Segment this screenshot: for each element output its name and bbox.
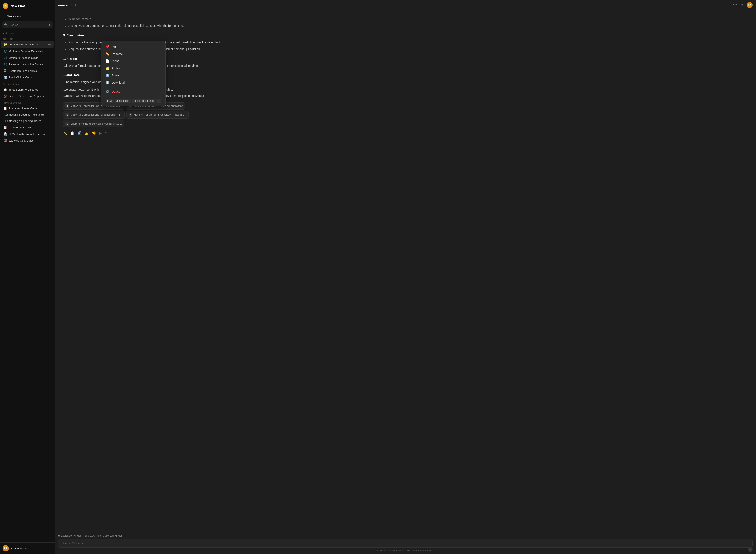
sidebar-item-motion-essentials[interactable]: ⚖️ Motion to Dismiss Essentials — [1, 48, 54, 54]
chat-icon: 🏠 — [3, 88, 7, 91]
topbar-settings-icon[interactable]: ⚙ — [741, 3, 743, 7]
copy-icon[interactable]: 📋 — [70, 130, 74, 136]
help-button[interactable]: ? — [748, 547, 753, 552]
search-bar[interactable]: 🔍 Search + — [2, 21, 53, 28]
topbar: numbat ▾ + ••• ⚙ AA — [55, 0, 756, 10]
workspace-icon: ⊞ — [3, 14, 5, 18]
menu-item-pin[interactable]: 📌 Pin — [103, 43, 164, 50]
menu-item-delete[interactable]: 🗑️ Delete — [103, 88, 164, 95]
chat-item-label: AU 820 Visa Costs — [9, 126, 51, 129]
topbar-plus-icon[interactable]: + — [74, 3, 76, 7]
topbar-avatar: AA — [747, 2, 753, 8]
pin-icon: 📌 — [106, 45, 110, 49]
chevron-icon: ▼ — [3, 32, 5, 35]
topbar-more-icon[interactable]: ••• — [733, 3, 737, 7]
sidebar-item-tenant[interactable]: 🏠 Tenant Liability Disputes — [1, 87, 54, 93]
app-title: New Chat — [10, 4, 47, 8]
yesterday-label: Yesterday — [0, 36, 55, 41]
sidebar-item-australian-law[interactable]: 🍀 Australian Law Insights — [1, 68, 54, 74]
sidebar-item-nsw-health[interactable]: 🏥 NSW Health Product Recomme… — [1, 131, 54, 137]
sidebar-item-visa-guide[interactable]: 🐻 820 Visa Cost Guide — [1, 137, 54, 144]
chat-item-label: Australian Law Insights — [9, 69, 51, 72]
delete-icon: 🗑️ — [106, 90, 110, 94]
chat-icon: ⚖️ — [3, 50, 7, 53]
menu-tags: Law Jurisdiction Legal Procedures + — [103, 97, 164, 104]
footer-disclaimer: LLMs can make mistakes. Verify important… — [58, 548, 753, 553]
chat-item-label: Tenant Liability Disputes — [9, 88, 51, 91]
sidebar-scroll: ▼ All chats Yesterday 📁 Legal Motion Str… — [0, 30, 55, 542]
menu-item-clone[interactable]: 📄 Clone — [103, 57, 164, 65]
sidebar-item-personal-jurisdiction[interactable]: ⚖️ Personal Jurisdiction Dismis… — [1, 61, 54, 67]
refresh-icon[interactable]: ↻ — [105, 130, 107, 136]
thumbs-down-icon[interactable]: 👎 — [92, 130, 96, 136]
source-ref-3[interactable]: 3 Motion to Dismiss for Lack of Jurisdic… — [63, 111, 125, 118]
chat-item-label: Legal Motion Structure Ti… — [9, 43, 46, 46]
chat-item-dots-icon[interactable]: ••• — [48, 43, 51, 46]
sidebar-item-visa-costs[interactable]: 📋 AU 820 Visa Costs — [1, 124, 54, 130]
source-label: Motion to Dismiss for Lack of Jurisdicti… — [70, 113, 122, 117]
play-icon[interactable]: ▶ — [99, 130, 102, 136]
tag-legal-procedures[interactable]: Legal Procedures — [132, 99, 155, 103]
chat-item-label: Motion to Dismiss Guide — [9, 56, 51, 59]
chat-item-label: License Suspension Appeals — [9, 95, 51, 98]
conclusion-heading: 5. Conclusion — [63, 33, 223, 38]
menu-item-share[interactable]: ↗️ Share — [103, 72, 164, 79]
menu-divider-2 — [103, 96, 164, 96]
source-num: 3 — [65, 113, 69, 117]
bottom-bar: Legislation Finder, Web Search Tool, Cas… — [55, 531, 756, 554]
chat-item-label: Contesting Speeding Tickets 📷 — [5, 113, 51, 116]
menu-item-archive[interactable]: 🗂️ Archive — [103, 65, 164, 72]
account-footer[interactable]: AA Admin Account — [0, 542, 55, 554]
audio-icon[interactable]: 🔊 — [77, 130, 82, 136]
context-menu: 📌 Pin ✏️ Rename 📄 Clone 🗂️ Archive ↗️ Sh… — [101, 41, 166, 106]
tools-text: Legislation Finder, Web Search Tool, Cas… — [61, 534, 122, 537]
menu-item-label: Delete — [112, 90, 120, 93]
chat-item-label: Contesting a Speeding Ticket — [5, 119, 51, 123]
rename-icon: ✏️ — [106, 52, 110, 56]
sidebar-item-apartment[interactable]: 📋 Apartment Lease Guide — [1, 105, 54, 111]
chat-icon: 📋 — [3, 126, 7, 129]
thumbs-up-icon[interactable]: 👍 — [85, 130, 89, 136]
menu-item-rename[interactable]: ✏️ Rename — [103, 50, 164, 57]
chat-icon: 🏛️ — [3, 76, 7, 79]
prev7-label: Previous 7 days — [0, 81, 55, 86]
chat-title: numbat — [58, 3, 69, 7]
bullet-text: Any relevant agreements or contracts tha… — [68, 23, 184, 29]
chat-item-label: Personal Jurisdiction Dismis… — [9, 63, 51, 66]
tag-jurisdiction[interactable]: Jurisdiction — [115, 99, 131, 103]
source-ref-5[interactable]: 5 Challenging the jurisdiction of Austra… — [63, 120, 124, 127]
message-input[interactable]: Send a Message — [58, 539, 753, 548]
account-name: Admin Account — [11, 547, 29, 550]
archive-icon: 🗂️ — [106, 66, 110, 70]
new-chat-plus-icon[interactable]: + — [49, 23, 51, 27]
source-ref-4[interactable]: 4 Motions – Challenging Jurisdiction – T… — [126, 111, 189, 118]
menu-item-label: Rename — [112, 52, 123, 56]
all-chats-label: ▼ All chats — [0, 30, 55, 36]
menu-icon[interactable]: ☰ — [49, 4, 52, 8]
chat-icon: 🐻 — [3, 139, 7, 142]
tag-law[interactable]: Law — [106, 99, 114, 103]
workspace-item[interactable]: ⊞ Workspace — [0, 12, 55, 20]
edit-icon[interactable]: ✏️ — [63, 130, 67, 136]
svg-point-0 — [4, 4, 7, 8]
sidebar-item-license[interactable]: 🚫 License Suspension Appeals — [1, 93, 54, 99]
menu-item-download[interactable]: ⬇️ Download — [103, 79, 164, 86]
chat-icon: 📁 — [3, 43, 7, 46]
sidebar-item-speeding-tickets[interactable]: Contesting Speeding Tickets 📷 — [1, 112, 54, 118]
workspace-label: Workspace — [7, 14, 22, 18]
sidebar-item-small-claims[interactable]: 🏛️ Small Claims Court — [1, 74, 54, 80]
sidebar-item-speeding-ticket[interactable]: Contesting a Speeding Ticket — [1, 118, 54, 124]
bullet-text: in the forum state. — [68, 17, 92, 22]
menu-item-label: Archive — [112, 66, 121, 70]
chat-item-label: Motion to Dismiss Essentials — [9, 50, 51, 53]
sidebar-item-motion-guide[interactable]: ⚖️ Motion to Dismiss Guide — [1, 55, 54, 61]
add-tag-button[interactable]: + — [157, 99, 161, 103]
tools-line: Legislation Finder, Web Search Tool, Cas… — [58, 533, 753, 539]
topbar-chevron-icon[interactable]: ▾ — [71, 4, 72, 6]
sidebar-item-legal-motion[interactable]: 📁 Legal Motion Structure Ti… ••• — [1, 41, 54, 48]
chat-item-label: NSW Health Product Recomme… — [9, 132, 51, 136]
chat-icon: 🍀 — [3, 69, 7, 72]
source-num: 1 — [65, 104, 69, 108]
source-label: Motions – Challenging Jurisdiction – Tao… — [134, 113, 186, 117]
chat-icon: ⚖️ — [3, 63, 7, 66]
